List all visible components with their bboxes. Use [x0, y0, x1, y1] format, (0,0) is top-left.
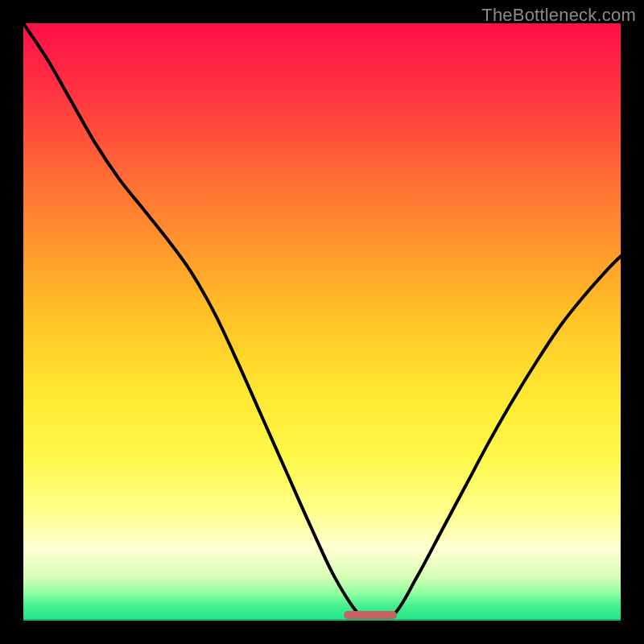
chart-frame: TheBottleneck.com: [0, 0, 644, 644]
curve-svg: [23, 23, 621, 621]
bottom-edge: [23, 619, 621, 621]
bottleneck-curve: [23, 23, 621, 621]
trough-marker: [344, 611, 397, 619]
watermark-text: TheBottleneck.com: [481, 5, 636, 26]
plot-area: [23, 23, 621, 621]
